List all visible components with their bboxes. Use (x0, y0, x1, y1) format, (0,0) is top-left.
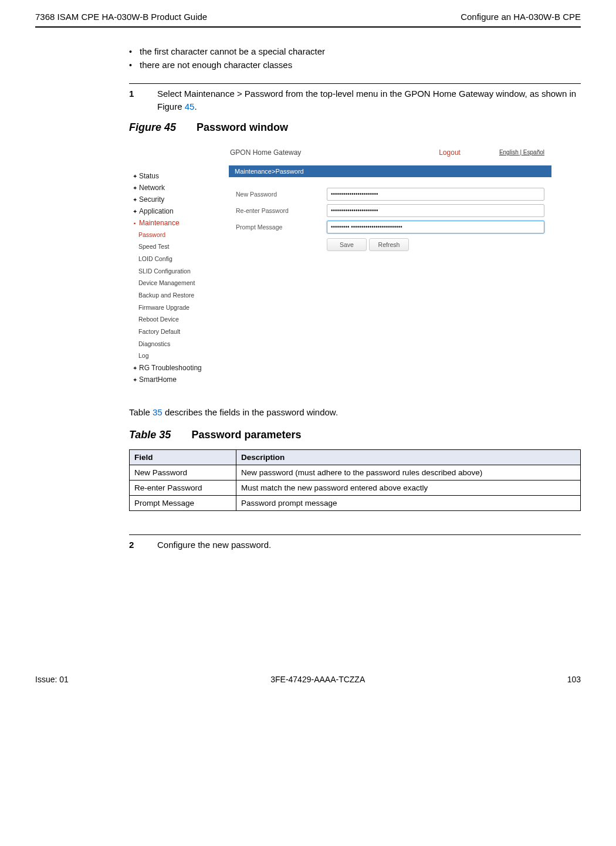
sidebar-item-rg[interactable]: ✦RG Troubleshooting (129, 362, 229, 374)
gateway-title: GPON Home Gateway (230, 148, 301, 157)
header-right: Configure an HA-030W-B CPE (461, 12, 581, 22)
screenshot-sidebar: ✦Status ✦Network ✦Security ✦Application … (129, 165, 229, 388)
step-rule (129, 534, 581, 535)
expand-icon: ✦ (131, 173, 138, 180)
collapse-icon: ▪ (131, 220, 138, 226)
table-intro-a: Table (129, 407, 153, 417)
password-params-table: Field Description New Password New passw… (129, 449, 581, 511)
footer-docid: 3FE-47429-AAAA-TCZZA (270, 675, 365, 684)
lang-en[interactable]: English (499, 149, 519, 155)
sidebar-sub-password[interactable]: Password (129, 229, 229, 241)
header-left: 7368 ISAM CPE HA-030W-B Product Guide (35, 12, 207, 22)
lang-es[interactable]: Español (523, 149, 544, 155)
table-row: Prompt Message Password prompt message (130, 496, 581, 511)
step-1: 1 Select Maintenance > Password from the… (129, 87, 581, 113)
table-link[interactable]: 35 (153, 407, 163, 417)
th-desc: Description (236, 450, 581, 465)
reenter-password-input[interactable] (327, 204, 544, 217)
footer-page: 103 (567, 675, 581, 684)
cell-desc: New password (must adhere to the passwor… (236, 465, 581, 480)
step-text: Configure the new password. (157, 539, 271, 551)
step-number: 1 (129, 87, 140, 113)
screenshot-logo-area (129, 140, 229, 165)
table-name: Password parameters (191, 429, 301, 441)
expand-icon: ✦ (131, 208, 138, 215)
sidebar-sub-firmware[interactable]: Firmware Upgrade (129, 302, 229, 314)
figure-name: Password window (197, 121, 288, 133)
sidebar-sub-diagnostics[interactable]: Diagnostics (129, 338, 229, 350)
cell-desc: Must match the new password entered abov… (236, 480, 581, 496)
bullet-item: there are not enough character classes (140, 59, 581, 72)
step-number: 2 (129, 539, 140, 551)
save-button[interactable]: Save (327, 238, 367, 251)
new-password-input[interactable] (327, 188, 544, 201)
cell-field: Re-enter Password (130, 480, 236, 496)
screenshot: GPON Home Gateway Logout English | Españ… (129, 140, 551, 388)
breadcrumb: Maintenance>Password (229, 165, 551, 177)
sidebar-sub-reboot[interactable]: Reboot Device (129, 313, 229, 326)
sidebar-item-status[interactable]: ✦Status (129, 170, 229, 182)
expand-icon: ✦ (131, 365, 138, 371)
step-rule (129, 83, 581, 84)
sidebar-sub-factory[interactable]: Factory Default (129, 326, 229, 338)
page-header: 7368 ISAM CPE HA-030W-B Product Guide Co… (35, 12, 581, 26)
language-links[interactable]: English | Español (499, 149, 544, 155)
bullet-list: the first character cannot be a special … (129, 45, 581, 72)
expand-icon: ✦ (131, 185, 138, 191)
prompt-message-label: Prompt Message (236, 224, 327, 231)
sidebar-sub-log[interactable]: Log (129, 350, 229, 362)
table-intro-b: describes the fields in the password win… (163, 407, 338, 417)
figure-title: Figure 45 Password window (129, 121, 581, 134)
figure-label: Figure 45 (129, 121, 176, 133)
screenshot-header: GPON Home Gateway Logout English | Españ… (229, 140, 551, 165)
step-text: Select Maintenance > Password from the t… (157, 87, 581, 113)
password-form: New Password Re-enter Password Prompt Me… (229, 177, 551, 262)
sidebar-item-security[interactable]: ✦Security (129, 194, 229, 205)
table-intro: Table 35 describes the fields in the pas… (129, 406, 581, 419)
reenter-password-label: Re-enter Password (236, 207, 327, 214)
th-field: Field (130, 450, 236, 465)
step-text-a: Select Maintenance > Password from the t… (157, 89, 576, 111)
table-row: Re-enter Password Must match the new pas… (130, 480, 581, 496)
page-footer: Issue: 01 3FE-47429-AAAA-TCZZA 103 (35, 675, 581, 684)
table-row: New Password New password (must adhere t… (130, 465, 581, 480)
table-label: Table 35 (129, 429, 171, 441)
screenshot-main: Maintenance>Password New Password Re-ent… (229, 165, 551, 388)
sidebar-sub-slid[interactable]: SLID Configuration (129, 265, 229, 278)
figure-link[interactable]: 45 (185, 101, 195, 111)
bullet-item: the first character cannot be a special … (140, 45, 581, 59)
footer-issue: Issue: 01 (35, 675, 69, 684)
step-text-b: . (194, 101, 197, 111)
sidebar-sub-devicemgmt[interactable]: Device Management (129, 277, 229, 289)
refresh-button[interactable]: Refresh (369, 238, 409, 251)
sidebar-sub-loid[interactable]: LOID Config (129, 253, 229, 265)
sidebar-item-smarthome[interactable]: ✦SmartHome (129, 374, 229, 385)
sidebar-item-application[interactable]: ✦Application (129, 205, 229, 217)
cell-desc: Password prompt message (236, 496, 581, 511)
cell-field: Prompt Message (130, 496, 236, 511)
table-title: Table 35 Password parameters (129, 429, 581, 441)
sidebar-sub-backup[interactable]: Backup and Restore (129, 289, 229, 302)
new-password-label: New Password (236, 191, 327, 198)
header-rule (35, 26, 581, 28)
lang-sep: | (519, 149, 523, 155)
sidebar-item-network[interactable]: ✦Network (129, 182, 229, 194)
expand-icon: ✦ (131, 377, 138, 383)
prompt-message-input[interactable] (327, 221, 544, 234)
step-2: 2 Configure the new password. (129, 539, 581, 551)
logout-link[interactable]: Logout (439, 148, 461, 157)
sidebar-sub-speedtest[interactable]: Speed Test (129, 241, 229, 253)
cell-field: New Password (130, 465, 236, 480)
expand-icon: ✦ (131, 197, 138, 203)
sidebar-item-maintenance[interactable]: ▪Maintenance (129, 217, 229, 229)
